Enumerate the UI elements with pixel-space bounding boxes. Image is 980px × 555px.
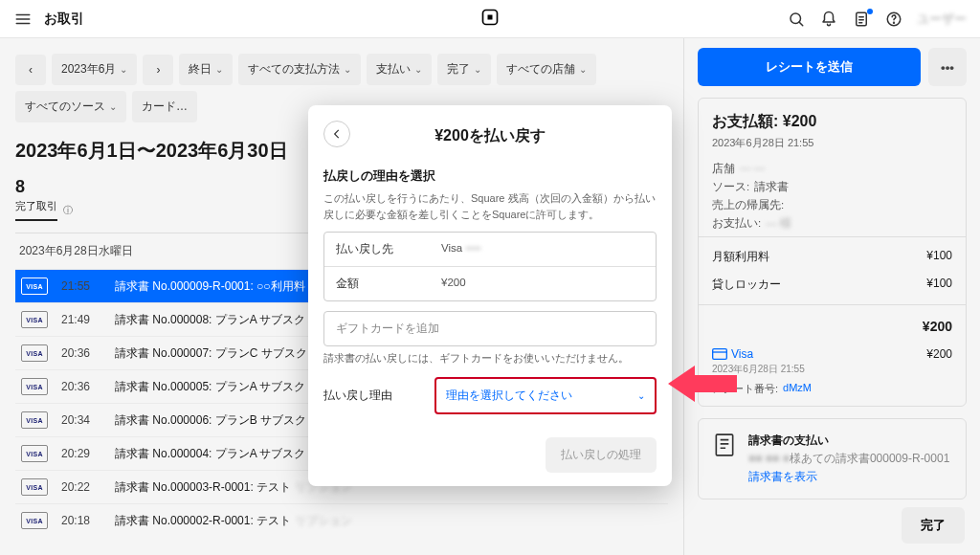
filter-card[interactable]: カード… — [132, 91, 197, 122]
svg-point-5 — [894, 22, 895, 23]
line-item: 月額利用料¥100 — [712, 243, 952, 271]
card-brand-icon: VISA — [21, 411, 48, 429]
table-row[interactable]: VISA20:18請求書 No.000002-R-0001: テストリプション — [15, 503, 668, 537]
menu-icon[interactable] — [13, 10, 33, 29]
filter-date[interactable]: 2023年6月⌄ — [52, 54, 137, 85]
task-icon[interactable] — [852, 10, 871, 29]
receipt-link[interactable]: dMzM — [783, 382, 812, 396]
pay-amount-title: お支払額: ¥200 — [712, 112, 952, 132]
date-prev-button[interactable]: ‹ — [15, 55, 46, 85]
tx-time: 20:34 — [61, 413, 101, 427]
tx-time: 20:22 — [61, 480, 101, 494]
line-item: 貸しロッカー¥100 — [712, 271, 952, 299]
username-label[interactable]: ユーザー — [917, 11, 967, 28]
more-button[interactable]: ••• — [928, 48, 967, 86]
tx-desc: 請求書 No.000002-R-0001: テストリプション — [115, 513, 662, 529]
chevron-down-icon: ⌄ — [637, 390, 645, 401]
card-brand-icon: VISA — [21, 311, 48, 328]
view-invoice-link[interactable]: 請求書を表示 — [748, 469, 952, 485]
reason-label: 払い戻し理由 — [323, 388, 419, 404]
tx-time: 20:18 — [61, 514, 101, 527]
help-icon[interactable] — [884, 10, 903, 29]
refund-details-table: 払い戻し先Visa •••• 金額¥200 — [323, 232, 657, 301]
search-icon[interactable] — [787, 10, 806, 29]
date-next-button[interactable]: › — [143, 55, 173, 85]
filter-source[interactable]: すべてのソース⌄ — [15, 91, 126, 122]
tab-completed[interactable]: 完了取引 — [15, 199, 57, 221]
payment-card-link[interactable]: Visa — [712, 347, 753, 361]
info-icon[interactable]: ⓘ — [63, 204, 73, 217]
tx-time: 21:49 — [61, 313, 101, 326]
process-refund-button: 払い戻しの処理 — [546, 437, 657, 473]
bell-icon[interactable] — [819, 10, 838, 29]
card-brand-icon: VISA — [21, 445, 48, 462]
refund-modal: ¥200を払い戻す 払戻しの理由を選択 この払い戻しを行うにあたり、Square… — [308, 105, 672, 486]
svg-rect-6 — [713, 349, 727, 360]
card-brand-icon: VISA — [21, 478, 48, 496]
topbar: お取引 ユーザー — [0, 0, 980, 38]
filter-paymethod[interactable]: すべての支払方法⌄ — [238, 54, 361, 85]
filter-status[interactable]: 完了⌄ — [437, 54, 491, 85]
done-button[interactable]: 完了 — [902, 507, 965, 544]
invoice-box: 請求書の支払い ■■ ■■ ■様あての請求書000009-R-0001 請求書を… — [698, 418, 967, 500]
tx-time: 20:36 — [61, 346, 101, 360]
card-brand-icon: VISA — [21, 344, 48, 362]
filter-payment[interactable]: 支払い⌄ — [367, 54, 432, 85]
invoice-icon — [712, 433, 737, 460]
back-button[interactable] — [323, 121, 350, 147]
square-logo-icon — [480, 8, 500, 30]
filter-time[interactable]: 終日⌄ — [179, 54, 233, 85]
tx-time: 20:36 — [61, 380, 101, 393]
total-amount: ¥200 — [923, 319, 952, 334]
modal-description: この払い戻しを行うにあたり、Square 残高（次回の入金額）から払い戻しに必要… — [323, 190, 657, 222]
svg-rect-1 — [488, 15, 493, 20]
card-brand-icon: VISA — [21, 278, 48, 295]
page-title: お取引 — [44, 11, 84, 28]
card-brand-icon: VISA — [21, 378, 48, 395]
pay-row-datetime: 2023年6月28日 21:55 — [712, 363, 952, 376]
modal-section-title: 払戻しの理由を選択 — [323, 167, 657, 185]
giftcard-input: ギフトカードを追加 — [323, 311, 657, 346]
card-brand-icon: VISA — [21, 512, 48, 529]
filter-location[interactable]: すべての店舗⌄ — [497, 54, 596, 85]
pay-datetime: 2023年6月28日 21:55 — [712, 136, 952, 150]
reason-select[interactable]: 理由を選択してください⌄ — [434, 377, 657, 414]
modal-title: ¥200を払い戻す — [323, 126, 657, 146]
send-receipt-button[interactable]: レシートを送信 — [698, 48, 921, 86]
invoice-title: 請求書の支払い — [748, 433, 952, 449]
tx-time: 20:29 — [61, 447, 101, 460]
detail-panel: レシートを送信 ••• お支払額: ¥200 2023年6月28日 21:55 … — [683, 38, 980, 555]
tx-time: 21:55 — [61, 279, 101, 293]
giftcard-note: 請求書の払い戻しには、ギフトカードをお使いいただけません。 — [323, 352, 657, 366]
svg-rect-7 — [716, 434, 732, 455]
